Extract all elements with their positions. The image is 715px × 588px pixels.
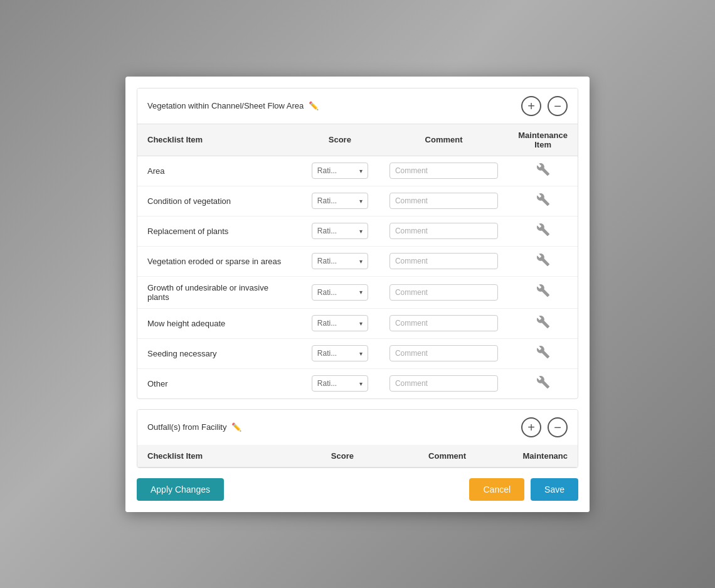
comment-input-1[interactable] [389, 193, 498, 209]
score-select-7[interactable]: Rati... ▾ [312, 375, 368, 392]
apply-changes-button[interactable]: Apply Changes [137, 478, 224, 501]
score-select-4[interactable]: Rati... ▾ [312, 284, 368, 301]
vegetation-section-header: Vegetation within Channel/Sheet Flow Are… [137, 88, 578, 124]
maintenance-icon[interactable] [536, 196, 550, 209]
chevron-down-icon: ▾ [359, 228, 363, 235]
score-cell: Rati... ▾ [300, 368, 379, 398]
col-maint-header: MaintenanceItem [508, 124, 578, 156]
outfall-col-comment: Comment [382, 445, 513, 468]
maint-cell [508, 308, 578, 338]
item-label: Other [137, 368, 300, 398]
maint-cell [508, 368, 578, 398]
chevron-down-icon: ▾ [359, 198, 363, 205]
comment-cell [379, 338, 508, 368]
maintenance-icon[interactable] [536, 319, 550, 331]
comment-input-7[interactable] [389, 375, 498, 392]
item-label: Seeding necessary [137, 338, 300, 368]
table-row: Seeding necessary Rati... ▾ [137, 338, 578, 368]
maintenance-icon[interactable] [536, 166, 550, 179]
comment-input-3[interactable] [389, 253, 498, 269]
vegetation-add-button[interactable]: + [521, 96, 541, 116]
table-row: Other Rati... ▾ [137, 368, 578, 398]
comment-input-0[interactable] [389, 163, 498, 179]
table-row: Vegetation eroded or sparse in areas Rat… [137, 246, 578, 276]
comment-cell [379, 276, 508, 308]
score-select-5[interactable]: Rati... ▾ [312, 315, 368, 331]
col-item-header: Checklist Item [137, 124, 300, 156]
maintenance-icon[interactable] [536, 257, 550, 269]
table-row: Growth of undesirable or invasive plants… [137, 276, 578, 308]
vegetation-remove-button[interactable]: − [548, 96, 568, 116]
score-cell: Rati... ▾ [300, 186, 379, 216]
chevron-down-icon: ▾ [359, 350, 363, 357]
outfall-actions: + − [521, 417, 568, 437]
maintenance-icon[interactable] [536, 227, 550, 239]
item-label: Condition of vegetation [137, 186, 300, 216]
score-select-0[interactable]: Rati... ▾ [312, 163, 368, 179]
maint-cell [508, 186, 578, 216]
score-cell: Rati... ▾ [300, 276, 379, 308]
cancel-button[interactable]: Cancel [469, 478, 524, 501]
score-value: Rati... [317, 196, 337, 205]
outfall-table-header: Checklist Item Score Comment Maintenanc [137, 445, 578, 468]
outfall-section: Outfall(s) from Facility ✏️ + − Checklis… [137, 409, 578, 468]
col-score-header: Score [300, 124, 379, 156]
table-row: Replacement of plants Rati... ▾ [137, 216, 578, 246]
chevron-down-icon: ▾ [359, 168, 363, 174]
comment-cell [379, 216, 508, 246]
score-value: Rati... [317, 349, 337, 358]
score-select-6[interactable]: Rati... ▾ [312, 345, 368, 361]
footer-bar: Apply Changes Cancel Save [125, 468, 590, 512]
comment-input-5[interactable] [389, 315, 498, 331]
score-value: Rati... [317, 227, 337, 235]
maint-cell [508, 276, 578, 308]
outfall-edit-icon[interactable]: ✏️ [231, 422, 241, 432]
comment-cell [379, 308, 508, 338]
comment-input-4[interactable] [389, 284, 498, 301]
outfall-add-button[interactable]: + [521, 417, 541, 437]
save-button[interactable]: Save [531, 478, 578, 501]
maintenance-icon[interactable] [536, 287, 550, 300]
score-cell: Rati... ▾ [300, 338, 379, 368]
col-comment-header: Comment [379, 124, 508, 156]
chevron-down-icon: ▾ [359, 258, 363, 265]
maint-cell [508, 216, 578, 246]
maint-cell [508, 156, 578, 186]
comment-input-6[interactable] [389, 345, 498, 361]
outfall-remove-button[interactable]: − [548, 417, 568, 437]
modal: Vegetation within Channel/Sheet Flow Are… [125, 77, 590, 512]
chevron-down-icon: ▾ [359, 380, 363, 387]
vegetation-title: Vegetation within Channel/Sheet Flow Are… [147, 101, 319, 110]
maintenance-icon[interactable] [536, 379, 550, 392]
vegetation-edit-icon[interactable]: ✏️ [309, 101, 319, 110]
item-label: Mow height adequate [137, 308, 300, 338]
outfall-col-item: Checklist Item [137, 445, 303, 468]
outfall-title-text: Outfall(s) from Facility [147, 422, 226, 432]
score-select-3[interactable]: Rati... ▾ [312, 253, 368, 269]
score-value: Rati... [317, 257, 337, 265]
score-value: Rati... [317, 379, 337, 388]
vegetation-table: Checklist Item Score Comment Maintenance… [137, 124, 578, 398]
comment-cell [379, 156, 508, 186]
outfall-section-header: Outfall(s) from Facility ✏️ + − [137, 410, 578, 445]
comment-cell [379, 368, 508, 398]
score-value: Rati... [317, 166, 337, 175]
comment-input-2[interactable] [389, 223, 498, 239]
table-row: Area Rati... ▾ [137, 156, 578, 186]
comment-cell [379, 186, 508, 216]
table-row: Condition of vegetation Rati... ▾ [137, 186, 578, 216]
item-label: Area [137, 156, 300, 186]
maintenance-icon[interactable] [536, 349, 550, 361]
vegetation-section: Vegetation within Channel/Sheet Flow Are… [137, 88, 578, 399]
maint-cell [508, 338, 578, 368]
footer-right: Cancel Save [469, 478, 578, 501]
score-cell: Rati... ▾ [300, 216, 379, 246]
score-value: Rati... [317, 319, 337, 328]
score-cell: Rati... ▾ [300, 308, 379, 338]
score-select-2[interactable]: Rati... ▾ [312, 223, 368, 239]
score-select-1[interactable]: Rati... ▾ [312, 193, 368, 209]
chevron-down-icon: ▾ [359, 289, 363, 296]
table-row: Mow height adequate Rati... ▾ [137, 308, 578, 338]
comment-cell [379, 246, 508, 276]
maint-cell [508, 246, 578, 276]
